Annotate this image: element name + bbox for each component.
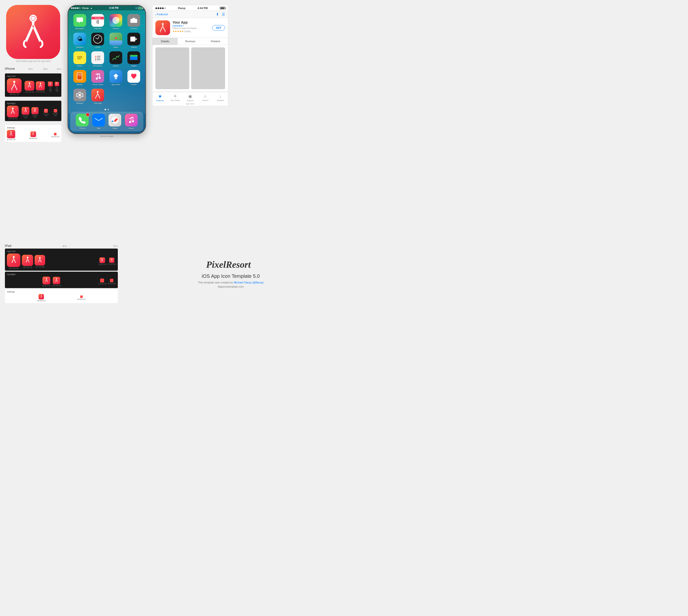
svg-point-45 (95, 58, 96, 59)
settings-icon-2x (30, 131, 36, 137)
tabbar-charts[interactable]: ≡ Top Charts (168, 93, 183, 102)
ipad-152-label: 152 iOS 7/8 (23, 266, 32, 268)
as-battery-row (220, 7, 225, 9)
tabbar-explore[interactable]: ◉ Explore (183, 93, 198, 102)
explore-icon: ◉ (188, 93, 192, 99)
ipad-spotlight-icons: 80 iOS 7/8 100 iOS 5/6 40 iOS 7/8 58 iOS… (7, 277, 116, 287)
svg-text:PixelResort: PixelResort (206, 259, 251, 270)
dock-safari-icon (109, 114, 121, 127)
photos-flower (112, 17, 119, 24)
ipad-settings-label: Settings (7, 290, 116, 293)
svg-text:A: A (115, 77, 117, 80)
back-chevron-icon: ‹ (155, 13, 156, 16)
spotlight-1x-a: 40 iOS 7/8 (42, 109, 50, 117)
yourapp-home-label: Your App (94, 102, 101, 104)
maps-pin: 📍 (113, 37, 118, 42)
dock-mail[interactable]: Mail (92, 114, 105, 129)
ipad-sp-80-label: 80 iOS 7/8 (43, 285, 50, 287)
dot3 (75, 7, 76, 9)
svg-rect-89 (46, 279, 47, 280)
iphone-appicon-row: App Icon 180 iOS 7/8 120 iOS 7/8 (5, 73, 61, 97)
app-grid: Messages Monday 8 Calendar Photos (68, 11, 145, 107)
ipad-sp-1xa-label: 40 iOS 7/8 (98, 283, 106, 285)
signal-dots (71, 7, 81, 9)
app-camera[interactable]: Camera (125, 13, 143, 31)
app-reminders[interactable]: Reminders (89, 50, 107, 68)
back-label: Featured (157, 13, 168, 16)
calendar-icon: Monday 8 (91, 14, 104, 27)
as-signal (155, 7, 166, 9)
tabbar-updates[interactable]: ↓ Updates (213, 93, 228, 102)
appstore-status-bar: Flarup 4:44 PM (153, 5, 228, 11)
svg-rect-25 (35, 109, 35, 110)
svg-point-43 (95, 56, 96, 57)
dock-phone-label: Phone (79, 127, 85, 129)
svg-point-14 (40, 83, 41, 84)
app-settings[interactable]: Settings (71, 87, 89, 106)
tabbar-featured[interactable]: ★ Featured (153, 93, 168, 102)
app-health[interactable]: Health (125, 68, 143, 87)
app-messages[interactable]: Messages (71, 13, 89, 31)
app-clock[interactable]: Clock (89, 31, 107, 50)
app-photos[interactable]: Photos (107, 13, 125, 31)
iphone-mockup: Flarup ▲ 4:44 PM ✦ (68, 5, 146, 134)
ipad-spotlight-label: Spotlight (7, 273, 116, 276)
app-stocks[interactable]: Stocks (107, 50, 125, 68)
notes-label: Notes (77, 65, 82, 67)
ipad-appicon-label: App Icon (7, 250, 116, 252)
dock-phone-icon: 1 (76, 114, 89, 127)
app-yourapp[interactable]: Your App (89, 87, 107, 106)
health-icon (128, 70, 140, 83)
share-icon[interactable]: ⬆ (216, 12, 219, 16)
ipad-set-icon-2x (39, 294, 44, 300)
tab-reviews[interactable]: Reviews (178, 38, 203, 45)
svg-rect-64 (97, 93, 98, 93)
tabbar-search[interactable]: ⌕ Search (198, 93, 213, 102)
svg-rect-11 (14, 83, 15, 84)
tab-related[interactable]: Related (203, 38, 228, 45)
iphone-spotlight-row: Spotlight 120 iOS 7/8 80 iOS 7/8 (5, 101, 61, 121)
app-maps[interactable]: 📍 Maps (107, 31, 125, 50)
tab-details[interactable]: Details (153, 38, 178, 45)
as-back-button[interactable]: ‹ Featured (155, 13, 168, 16)
svg-rect-53 (77, 73, 82, 80)
app-videos[interactable]: Videos (125, 31, 143, 50)
dot4 (77, 7, 78, 9)
star-rating: ★★★★★ (173, 30, 184, 33)
ipad-sp-100-label: 100 iOS 5/6 (52, 285, 61, 286)
calendar-label: Calendar (94, 27, 101, 30)
ipad-icon-22: 72 iOS 5/6 (108, 258, 116, 265)
get-button[interactable]: GET (212, 25, 225, 30)
menu-icon[interactable]: ☰ (222, 12, 225, 16)
app-calendar[interactable]: Monday 8 Calendar (89, 13, 107, 31)
app-appstore[interactable]: A App Store (107, 68, 125, 87)
app-notes[interactable]: Notes (71, 50, 89, 68)
dock-music[interactable]: Music (125, 114, 138, 129)
svg-rect-21 (13, 109, 13, 110)
ipad-icon-43: 144 iOS 5/6 (35, 255, 45, 268)
app-ibooks[interactable]: iBooks (71, 68, 89, 87)
icon-group-38: 114 iOS 5/6 (36, 81, 45, 93)
cal-date: 8 (96, 19, 99, 24)
icon-20-label: 60 iOS 7/8 (48, 87, 53, 92)
ipad-sp-icon-100 (53, 277, 60, 284)
svg-rect-32 (33, 133, 33, 133)
app-itunes[interactable]: iTunes Store (89, 68, 107, 87)
camera-icon (128, 14, 140, 27)
svg-rect-81 (27, 258, 28, 259)
svg-rect-40 (77, 58, 82, 58)
weather-emoji: 🌤 (77, 36, 83, 42)
dock-safari[interactable]: Safari (109, 114, 121, 129)
wallet-icon (128, 51, 140, 64)
svg-marker-37 (136, 38, 137, 40)
photos-icon (110, 14, 122, 27)
app-wallet[interactable]: Wallet (125, 50, 143, 68)
dock-phone[interactable]: 1 Phone (76, 114, 89, 129)
svg-rect-55 (78, 75, 81, 76)
svg-rect-85 (102, 259, 102, 260)
app-weather[interactable]: 🌤 Weather (71, 31, 89, 50)
icon-38-label: 114 iOS 5/6 (36, 91, 45, 93)
maps-label: Maps (113, 46, 118, 48)
svg-point-78 (13, 256, 15, 258)
clock-face (93, 35, 102, 43)
